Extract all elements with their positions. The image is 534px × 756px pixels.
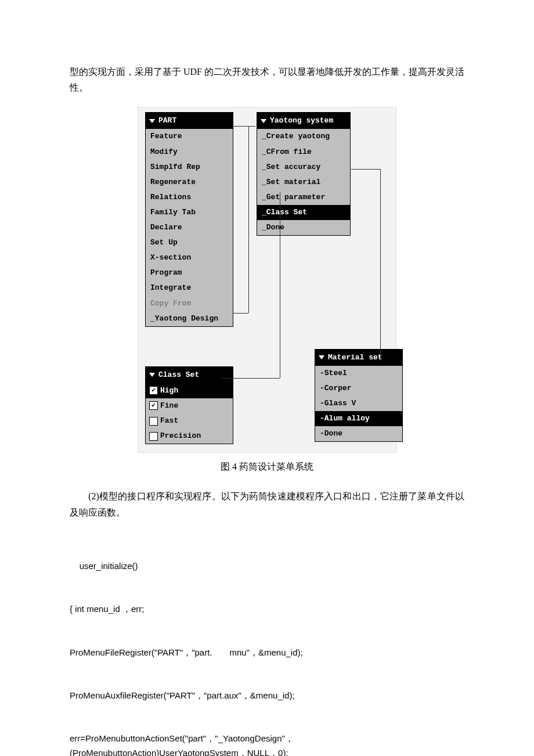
connector-line <box>233 126 255 127</box>
menu-material-set[interactable]: Material set -Steel -Corper -Glass V -Al… <box>315 349 403 442</box>
checkbox-label: Precision <box>160 430 201 442</box>
checkbox-label: Fine <box>160 399 178 412</box>
menu-title-label: Yaotong system <box>270 114 333 127</box>
menu-item[interactable]: Simplfd Rep <box>146 160 233 175</box>
menu-item[interactable]: Relations <box>146 190 233 205</box>
checkbox-label: Fast <box>160 415 178 427</box>
menu-item-disabled: Copy From <box>146 296 233 311</box>
menu-item[interactable]: Integrate <box>146 280 233 296</box>
code-line: { int menu_id ，err; <box>70 602 464 617</box>
menu-item[interactable]: _CFrom file <box>257 145 350 160</box>
menu-item[interactable]: Declare <box>146 220 233 235</box>
menu-title-label: Material set <box>328 351 383 364</box>
menu-part[interactable]: PART Feature Modify Simplfd Rep Regenera… <box>145 112 233 326</box>
menu-material-set-title: Material set <box>315 350 402 366</box>
paragraph-1: 型的实现方面，采用了基于 UDF 的二次开发技术，可以显著地降低开发的工作量，提… <box>70 64 464 95</box>
connector-line <box>380 169 381 361</box>
menu-item[interactable]: -Glass V <box>315 396 402 411</box>
menu-item[interactable]: Program <box>146 265 233 280</box>
menu-title-label: PART <box>158 114 176 127</box>
figure-caption: 图 4 药筒设计菜单系统 <box>70 459 464 474</box>
menu-item-yaotong-design[interactable]: _Yaotong Design <box>146 311 233 326</box>
paragraph-2: (2)模型的接口程序和实现程序。以下为药筒快速建模程序入口和出口，它注册了菜单文… <box>70 488 464 520</box>
checkbox-item-fine[interactable]: ✔ Fine <box>146 398 233 413</box>
menu-item[interactable]: -Steel <box>315 366 402 381</box>
connector-line <box>233 313 248 314</box>
connector-line <box>222 378 280 379</box>
menu-part-title: PART <box>146 113 233 129</box>
menu-item[interactable]: -Corper <box>315 381 402 396</box>
code-line: err=ProMenubuttonActionSet("part"，"_Yaot… <box>70 732 464 756</box>
checkbox-item-precision[interactable]: Precision <box>146 429 233 444</box>
menu-item[interactable]: _Set accuracy <box>257 160 350 175</box>
code-line: ProMenuFileRegister("PART"，"part. mnu"，&… <box>70 646 464 660</box>
dropdown-icon <box>149 119 155 123</box>
figure-4: PART Feature Modify Simplfd Rep Regenera… <box>70 107 464 453</box>
checkbox-item-fast[interactable]: Fast <box>146 413 233 429</box>
menu-item[interactable]: _Set material <box>257 175 350 190</box>
code-line: ProMenuAuxfileRegister("PART"，"part.aux"… <box>70 689 464 703</box>
checkbox-icon <box>149 432 158 441</box>
code-block-1: user_initialize() { int menu_id ，err; Pr… <box>70 531 464 756</box>
menu-item[interactable]: X-section <box>146 250 233 265</box>
dropdown-icon <box>149 373 155 377</box>
menu-title-label: Class Set <box>158 369 199 381</box>
menu-item-alum-alloy[interactable]: -Alum alloy <box>315 411 402 426</box>
menu-item[interactable]: _Get parameter <box>257 190 350 205</box>
para2-body: 模型的接口程序和实现程序。以下为药筒快速建模程序入口和出口，它注册了菜单文件以及… <box>70 491 464 517</box>
menu-item[interactable]: Family Tab <box>146 205 233 220</box>
checkbox-label: High <box>160 384 178 397</box>
checkbox-icon: ✔ <box>149 386 158 395</box>
menu-item[interactable]: _Create yaotong <box>257 129 350 144</box>
connector-line <box>351 169 380 170</box>
menu-item-done[interactable]: _Done <box>257 220 350 235</box>
dropdown-icon <box>261 119 266 123</box>
code-line: user_initialize() <box>70 559 464 574</box>
menu-class-set[interactable]: Class Set ✔ High ✔ Fine Fast <box>145 366 233 444</box>
dropdown-icon <box>319 355 324 359</box>
menu-yaotong-system[interactable]: Yaotong system _Create yaotong _CFrom fi… <box>257 112 351 236</box>
menu-item[interactable]: Modify <box>146 145 233 160</box>
checkbox-icon <box>149 417 158 426</box>
menu-class-set-title: Class Set <box>146 367 233 383</box>
connector-line <box>248 126 249 313</box>
menu-item-done[interactable]: -Done <box>315 426 402 441</box>
menu-item-class-set[interactable]: _Class Set <box>257 205 350 220</box>
menu-item[interactable]: Set Up <box>146 235 233 250</box>
connector-line <box>280 192 280 378</box>
menu-item[interactable]: Regenerate <box>146 175 233 190</box>
checkbox-item-high[interactable]: ✔ High <box>146 383 233 398</box>
menu-item[interactable]: Feature <box>146 129 233 144</box>
checkbox-icon: ✔ <box>149 401 158 410</box>
menu-yaotong-title: Yaotong system <box>257 113 350 129</box>
para2-prefix: (2) <box>70 491 99 501</box>
